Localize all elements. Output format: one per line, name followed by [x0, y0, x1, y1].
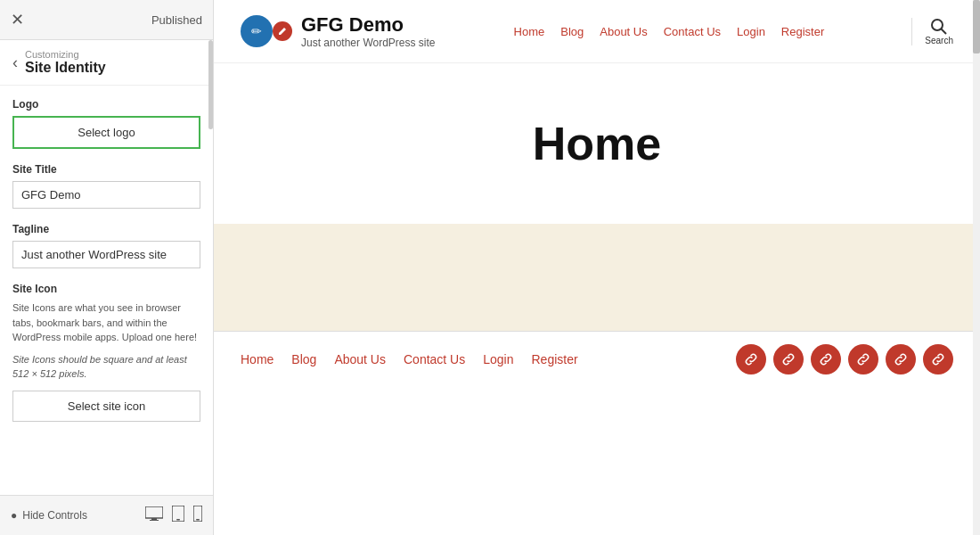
footer-nav-about[interactable]: About Us [334, 352, 386, 366]
select-logo-button[interactable]: Select logo [12, 116, 200, 149]
site-icon-note: Site Icons should be square and at least… [12, 352, 200, 382]
pencil-icon: ✏ [251, 24, 262, 38]
link-icon-1 [744, 352, 758, 366]
preview-scrollbar-thumb [973, 0, 980, 54]
preview-area: ✏ GFG Demo Just another WordPress site H… [214, 0, 980, 535]
social-icon-4[interactable] [848, 344, 878, 374]
tablet-view-button[interactable] [172, 506, 184, 525]
scrollbar-thumb [208, 40, 213, 129]
footer-nav-login[interactable]: Login [483, 352, 513, 366]
link-icon-6 [931, 352, 945, 366]
back-button[interactable]: ‹ [12, 54, 18, 72]
svg-rect-2 [150, 520, 159, 521]
logo-circle: ✏ [241, 15, 273, 47]
customizer-panel: ✕ Published ‹ Customizing Site Identity … [0, 0, 214, 535]
social-icon-5[interactable] [886, 344, 916, 374]
nav-contact[interactable]: Contact Us [664, 25, 721, 38]
preview-scrollbar [973, 0, 980, 535]
search-label: Search [925, 36, 953, 45]
panel-header: ‹ Customizing Site Identity [0, 40, 213, 86]
svg-line-8 [942, 29, 947, 34]
logo-field-group: Logo Select logo [12, 98, 200, 149]
social-icon-3[interactable] [811, 344, 841, 374]
search-area[interactable]: Search [911, 18, 953, 45]
panel-topbar: ✕ Published [0, 0, 213, 40]
app-container: ✕ Published ‹ Customizing Site Identity … [0, 0, 980, 535]
link-icon-5 [894, 352, 908, 366]
tagline-label: Tagline [12, 223, 200, 235]
social-icon-2[interactable] [773, 344, 804, 374]
site-logo-title: ✏ GFG Demo Just another WordPress site [241, 13, 436, 49]
nav-login[interactable]: Login [737, 25, 765, 38]
nav-about[interactable]: About Us [600, 25, 647, 38]
svg-rect-4 [176, 519, 180, 521]
site-navigation: Home Blog About Us Contact Us Login Regi… [514, 25, 825, 38]
link-icon-3 [819, 352, 833, 366]
footer-nav-home[interactable]: Home [241, 352, 274, 366]
link-icon-4 [856, 352, 870, 366]
published-button[interactable]: Published [151, 13, 202, 27]
social-icon-1[interactable] [736, 344, 766, 374]
preview-scroll: ✏ GFG Demo Just another WordPress site H… [214, 0, 980, 535]
desktop-icon [145, 506, 163, 521]
panel-scrollbar [208, 0, 213, 535]
site-header: ✏ GFG Demo Just another WordPress site H… [214, 0, 980, 63]
hide-controls-button[interactable]: ● Hide Controls [11, 509, 87, 522]
logo-label: Logo [12, 98, 200, 111]
site-footer: Home Blog About Us Contact Us Login Regi… [214, 331, 980, 387]
link-icon-2 [781, 352, 796, 366]
hide-controls-label: Hide Controls [22, 509, 87, 522]
footer-nav-contact[interactable]: Contact Us [404, 352, 465, 366]
tagline-field-group: Tagline [12, 223, 200, 268]
beige-section [214, 224, 980, 331]
site-title-input[interactable] [12, 181, 200, 209]
hero-title: Home [241, 117, 953, 170]
footer-navigation: Home Blog About Us Contact Us Login Regi… [241, 352, 578, 366]
footer-social-icons [736, 344, 953, 374]
view-icons-group [145, 506, 202, 525]
preview-site-tagline: Just another WordPress site [301, 37, 436, 49]
svg-rect-1 [151, 518, 157, 520]
site-identity-label: Site Identity [25, 60, 106, 76]
logo-edit-circle [273, 21, 292, 41]
mobile-icon [193, 506, 202, 522]
footer-nav-blog[interactable]: Blog [291, 352, 316, 366]
mobile-view-button[interactable] [193, 506, 202, 525]
svg-rect-0 [145, 506, 163, 518]
svg-point-7 [932, 20, 943, 30]
nav-home[interactable]: Home [514, 25, 545, 38]
svg-rect-6 [196, 519, 200, 521]
edit-icon [278, 27, 287, 36]
site-main-content: Home [214, 63, 980, 331]
site-icon-label: Site Icon [12, 283, 200, 295]
preview-site-title: GFG Demo [301, 13, 436, 37]
site-title-field-group: Site Title [12, 163, 200, 209]
footer-nav-register[interactable]: Register [532, 352, 578, 366]
desktop-view-button[interactable] [145, 506, 163, 525]
tagline-input[interactable] [12, 241, 200, 268]
tablet-icon [172, 506, 184, 522]
social-icon-6[interactable] [923, 344, 953, 374]
panel-body: Logo Select logo Site Title Tagline Site… [0, 86, 213, 495]
site-title-label: Site Title [12, 163, 200, 176]
customizing-label: Customizing [25, 49, 106, 60]
hide-controls-icon: ● [11, 509, 17, 522]
nav-register[interactable]: Register [781, 25, 824, 38]
search-icon [930, 18, 948, 36]
panel-footer: ● Hide Controls [0, 495, 213, 535]
select-site-icon-button[interactable]: Select site icon [12, 391, 200, 422]
close-button[interactable]: ✕ [11, 10, 24, 29]
nav-blog[interactable]: Blog [560, 25, 584, 38]
hero-section: Home [214, 63, 980, 224]
site-icon-field-group: Site Icon Site Icons are what you see in… [12, 283, 200, 422]
site-icon-description: Site Icons are what you see in browser t… [12, 300, 200, 345]
